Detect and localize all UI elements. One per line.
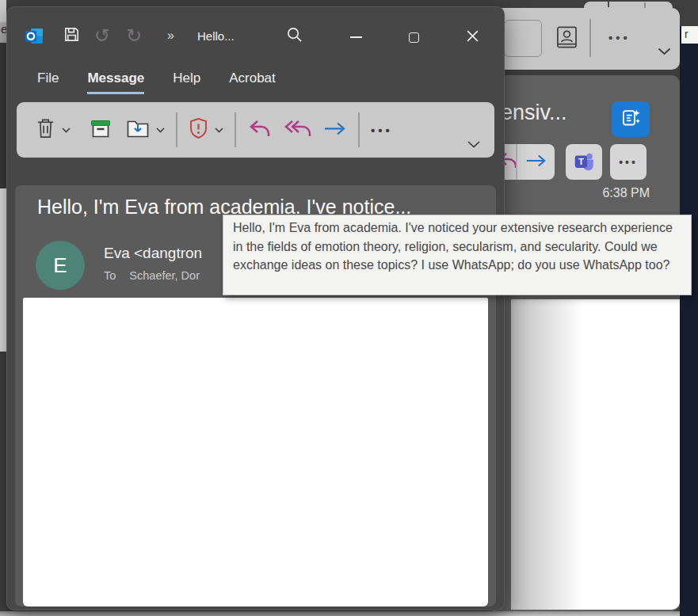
menu-help[interactable]: Help <box>173 70 200 94</box>
archive-icon <box>90 118 112 143</box>
delete-button[interactable] <box>36 117 55 143</box>
background-reading-pane: ensiv... <box>493 75 680 611</box>
maximize-icon <box>409 32 419 43</box>
maximize-button[interactable] <box>402 26 425 48</box>
search-button[interactable] <box>286 25 303 47</box>
trash-icon <box>36 117 55 143</box>
toolbar-more-button[interactable]: ••• <box>371 124 393 137</box>
to-label: To <box>104 269 116 282</box>
outlook-message-window: ↺ ↻ » Hello... File Message Help Acrobat <box>6 6 505 610</box>
outlook-app-icon <box>25 25 44 47</box>
background-message-more-button[interactable]: ••• <box>610 144 647 180</box>
background-titlebar-pill <box>584 2 673 8</box>
left-edge-segment <box>0 43 6 188</box>
background-browser-edge: r <box>680 0 698 616</box>
titlebar-icon-fragment <box>608 2 609 7</box>
left-edge-segment <box>0 188 6 352</box>
ribbon-toolbar: ••• <box>17 102 494 158</box>
chevron-down-icon <box>467 141 480 148</box>
save-button[interactable] <box>63 25 81 47</box>
left-edge-text: e <box>0 22 6 43</box>
ribbon-collapse-button[interactable] <box>467 137 480 151</box>
menu-message[interactable]: Message <box>87 70 144 94</box>
undo-button[interactable]: ↺ <box>94 25 110 47</box>
browser-edge-top <box>680 0 698 26</box>
background-left-edge: e <box>0 0 6 616</box>
titlebar-pill-divider <box>644 2 646 8</box>
toolbar-divider <box>358 112 360 147</box>
subject-tooltip: Hello, I'm Eva from academia. I've notic… <box>223 215 692 295</box>
sender-avatar[interactable]: E <box>36 241 85 290</box>
svg-text:T: T <box>578 157 584 166</box>
report-phishing-button[interactable] <box>189 117 208 143</box>
sender-info: Eva <dangtron To Schaefer, Dor <box>104 241 202 290</box>
chevron-down-icon <box>62 127 71 133</box>
background-toolbar-panel: ••• <box>482 8 680 70</box>
share-to-teams-button[interactable]: T <box>566 144 602 180</box>
phishing-dropdown-button[interactable] <box>215 127 223 133</box>
forward-button[interactable] <box>323 121 347 139</box>
move-to-folder-button[interactable] <box>126 118 150 142</box>
redo-icon: ↻ <box>126 25 142 47</box>
reply-button[interactable] <box>247 118 271 143</box>
window-title: Hello... <box>197 25 235 47</box>
redo-button[interactable]: ↻ <box>126 25 142 47</box>
message-body[interactable] <box>23 298 488 606</box>
move-dropdown-button[interactable] <box>156 127 165 133</box>
close-icon <box>466 29 479 46</box>
background-more-button[interactable]: ••• <box>596 17 643 57</box>
toolbar-divider <box>589 19 591 57</box>
background-window-bottom-edge <box>0 611 680 616</box>
toolbar-divider <box>235 112 236 147</box>
left-edge-segment <box>0 352 6 616</box>
shield-alert-icon <box>189 117 208 143</box>
background-message-body <box>511 299 680 610</box>
chevron-down-icon <box>215 127 223 133</box>
reply-icon <box>247 118 271 143</box>
search-icon <box>286 26 303 46</box>
chevron-down-icon[interactable] <box>658 44 671 59</box>
contact-card-button[interactable] <box>548 20 585 57</box>
undo-icon: ↺ <box>94 25 110 47</box>
minimize-button[interactable] <box>344 26 368 48</box>
recipient-line: To Schaefer, Dor <box>104 269 202 282</box>
quick-access-overflow-button[interactable]: » <box>167 25 175 47</box>
menu-file[interactable]: File <box>37 70 59 94</box>
chevron-down-icon <box>156 127 165 133</box>
move-folder-icon <box>126 118 150 142</box>
close-button[interactable] <box>460 26 484 48</box>
background-subject-fragment: ensiv... <box>501 101 567 125</box>
summarize-sparkle-icon <box>620 107 642 131</box>
reply-all-icon <box>284 118 312 143</box>
save-icon <box>63 25 81 47</box>
background-toolbar-button[interactable] <box>504 20 542 57</box>
teams-icon: T <box>572 149 596 176</box>
forward-button[interactable] <box>517 144 555 180</box>
summarize-button[interactable] <box>612 101 650 137</box>
reply-all-button[interactable] <box>284 118 312 143</box>
left-edge-segment <box>0 0 6 22</box>
archive-button[interactable] <box>90 118 112 143</box>
forward-arrow-icon <box>525 154 547 171</box>
sender-name[interactable]: Eva <dangtron <box>104 245 202 262</box>
delete-dropdown-button[interactable] <box>62 127 71 133</box>
message-subject: Hello, I'm Eva from academia. I've notic… <box>15 185 496 219</box>
contact-card-icon <box>556 25 578 52</box>
minimize-icon <box>350 36 362 38</box>
to-recipients[interactable]: Schaefer, Dor <box>129 269 200 282</box>
menu-acrobat[interactable]: Acrobat <box>229 70 276 94</box>
toolbar-divider <box>176 112 177 147</box>
browser-edge-text: r <box>681 26 698 44</box>
ribbon-menu: File Message Help Acrobat <box>37 70 276 94</box>
message-timestamp: 6:38 PM <box>602 186 650 200</box>
overflow-chevrons-icon: » <box>167 29 175 43</box>
forward-arrow-icon <box>323 121 347 139</box>
